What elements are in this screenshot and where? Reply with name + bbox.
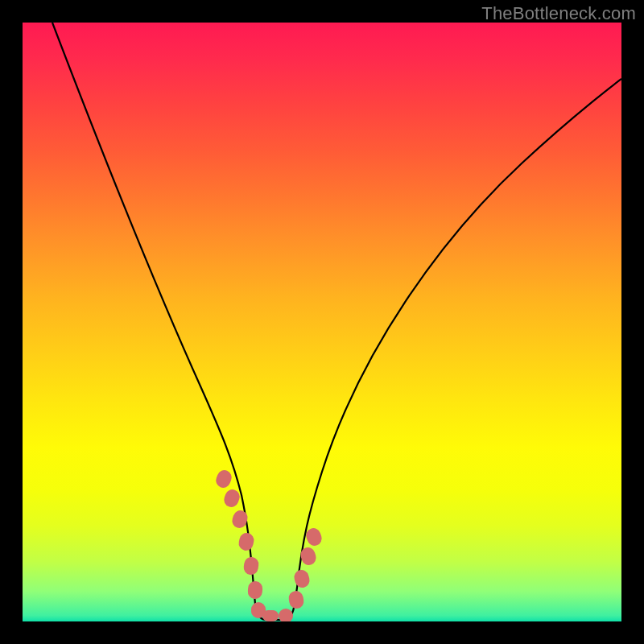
svg-rect-1 (222, 488, 242, 510)
curve-layer (23, 23, 621, 621)
svg-rect-3 (237, 531, 255, 551)
bottleneck-curve (52, 23, 621, 620)
svg-rect-10 (292, 568, 311, 589)
svg-rect-4 (243, 556, 260, 576)
svg-rect-0 (214, 468, 234, 489)
plot-area (23, 23, 621, 621)
svg-rect-8 (279, 609, 293, 621)
svg-rect-5 (247, 580, 263, 599)
watermark-text: TheBottleneck.com (481, 3, 636, 24)
chart-frame: TheBottleneck.com (0, 0, 644, 644)
svg-rect-9 (287, 590, 305, 610)
svg-rect-12 (304, 526, 324, 548)
marker-group (214, 468, 324, 621)
svg-rect-7 (262, 610, 279, 621)
